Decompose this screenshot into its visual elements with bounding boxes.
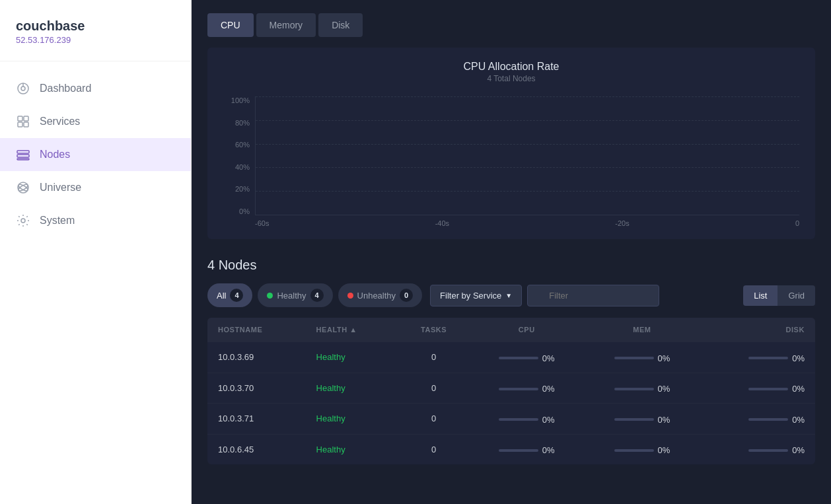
filter-all-btn[interactable]: All 4 [207, 283, 252, 307]
sidebar-item-label: Universe [40, 182, 81, 194]
y-label-60: 60% [223, 141, 250, 149]
chart-title: CPU Allocation Rate [223, 61, 799, 73]
sidebar-item-universe[interactable]: Universe [0, 171, 191, 204]
col-tasks: TASKS [398, 318, 469, 342]
view-toggle: List Grid [743, 285, 815, 306]
cpu-cell: 0% [469, 404, 585, 435]
chart-x-labels: -60s -40s -20s 0 [255, 215, 799, 227]
sidebar-header: couchbase 52.53.176.239 [0, 0, 191, 61]
x-label-0: 0 [795, 219, 799, 227]
universe-icon [16, 180, 30, 195]
filter-healthy-btn[interactable]: Healthy 4 [258, 283, 332, 307]
chart-section: CPU Allocation Rate 4 Total Nodes 100% 8… [207, 48, 815, 239]
svg-rect-3 [18, 116, 22, 121]
nodes-filters: All 4 Healthy 4 Unhealthy 0 Filter by Se… [207, 283, 815, 307]
tab-disk[interactable]: Disk [318, 13, 363, 37]
mem-cell: 0% [585, 373, 700, 404]
filter-healthy-count: 4 [310, 289, 324, 302]
y-label-40: 40% [223, 163, 250, 171]
dashboard-icon [16, 81, 30, 96]
mem-cell: 0% [585, 404, 700, 435]
x-label-20: -20s [615, 219, 629, 227]
cpu-cell: 0% [469, 342, 585, 373]
table-row[interactable]: 10.0.3.71 Healthy 0 0% 0% [207, 404, 815, 435]
health-cell: Healthy [316, 383, 345, 393]
col-cpu: CPU [469, 318, 585, 342]
chevron-down-icon: ▼ [505, 292, 512, 299]
hostname-cell: 10.0.6.45 [207, 434, 306, 464]
svg-point-1 [21, 87, 25, 90]
services-icon [16, 114, 30, 129]
nodes-table: HOSTNAME HEALTH ▲ TASKS CPU MEM DISK 10.… [207, 318, 815, 464]
col-mem: MEM [585, 318, 700, 342]
health-cell: Healthy [316, 352, 345, 362]
sidebar-nav: Dashboard Services [0, 61, 191, 504]
tasks-cell: 0 [398, 342, 469, 373]
sidebar-item-label: System [40, 215, 75, 227]
tab-cpu[interactable]: CPU [207, 13, 254, 37]
tab-memory[interactable]: Memory [256, 13, 316, 37]
chart-grid [255, 96, 799, 215]
tasks-cell: 0 [398, 434, 469, 464]
y-label-100: 100% [223, 96, 250, 104]
cpu-cell: 0% [469, 434, 585, 464]
cpu-cell: 0% [469, 373, 585, 404]
sidebar-item-system[interactable]: System [0, 204, 191, 237]
filter-search-input[interactable] [527, 285, 659, 306]
disk-cell: 0% [700, 373, 815, 404]
hostname-cell: 10.0.3.71 [207, 404, 306, 435]
filter-all-count: 4 [230, 289, 243, 302]
system-icon [16, 213, 30, 228]
svg-rect-8 [17, 155, 29, 157]
disk-cell: 0% [700, 342, 815, 373]
svg-rect-5 [18, 122, 22, 127]
sidebar: couchbase 52.53.176.239 Dashboard [0, 0, 192, 504]
health-cell: Healthy [316, 445, 345, 454]
view-list-btn[interactable]: List [743, 285, 777, 306]
filter-all-label: All [217, 291, 226, 301]
svg-rect-7 [17, 151, 29, 153]
app-name: couchbase [16, 18, 175, 34]
svg-rect-9 [17, 159, 29, 160]
table-body: 10.0.3.69 Healthy 0 0% 0% [207, 342, 815, 465]
sort-icon: ▲ [349, 326, 357, 334]
table-row[interactable]: 10.0.6.45 Healthy 0 0% 0% [207, 434, 815, 464]
sidebar-ip: 52.53.176.239 [16, 35, 175, 45]
sidebar-item-label: Services [40, 116, 80, 127]
resource-tabs: CPU Memory Disk [207, 13, 815, 37]
hostname-cell: 10.0.3.70 [207, 373, 306, 404]
y-label-20: 20% [223, 185, 250, 193]
filter-search-wrap: 🔍 [527, 285, 659, 306]
table-header: HOSTNAME HEALTH ▲ TASKS CPU MEM DISK [207, 318, 815, 342]
sidebar-item-dashboard[interactable]: Dashboard [0, 72, 191, 105]
svg-rect-4 [24, 116, 28, 121]
unhealthy-dot-icon [347, 293, 353, 299]
filter-service-btn[interactable]: Filter by Service ▼ [430, 285, 522, 306]
health-cell: Healthy [316, 414, 345, 423]
table-row[interactable]: 10.0.3.69 Healthy 0 0% 0% [207, 342, 815, 373]
nodes-title: 4 Nodes [207, 258, 815, 273]
filter-unhealthy-label: Unhealthy [357, 291, 396, 301]
sidebar-item-label: Dashboard [40, 83, 91, 94]
chart-subtitle: 4 Total Nodes [223, 74, 799, 83]
nodes-icon [16, 147, 30, 162]
table-row[interactable]: 10.0.3.70 Healthy 0 0% 0% [207, 373, 815, 404]
sidebar-item-services[interactable]: Services [0, 105, 191, 138]
sidebar-item-label: Nodes [40, 149, 70, 161]
col-disk: DISK [700, 318, 815, 342]
filter-unhealthy-count: 0 [400, 289, 413, 302]
tasks-cell: 0 [398, 404, 469, 435]
view-grid-btn[interactable]: Grid [777, 285, 815, 306]
filter-unhealthy-btn[interactable]: Unhealthy 0 [338, 283, 423, 307]
svg-point-13 [21, 219, 25, 223]
nodes-section: 4 Nodes All 4 Healthy 4 Unhealthy 0 Filt… [207, 258, 815, 464]
sidebar-item-nodes[interactable]: Nodes [0, 138, 191, 171]
col-health[interactable]: HEALTH ▲ [306, 318, 399, 342]
tasks-cell: 0 [398, 373, 469, 404]
main-content: CPU Memory Disk CPU Allocation Rate 4 To… [192, 0, 831, 504]
col-hostname: HOSTNAME [207, 318, 306, 342]
svg-rect-6 [24, 122, 28, 127]
y-label-80: 80% [223, 119, 250, 127]
mem-cell: 0% [585, 434, 700, 464]
x-label-40: -40s [435, 219, 449, 227]
